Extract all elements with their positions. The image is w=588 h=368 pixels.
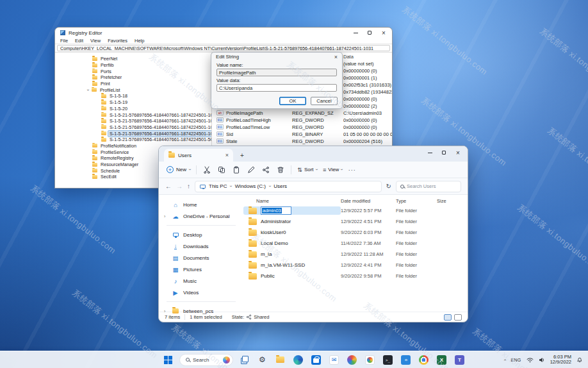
chevron-right-icon[interactable]: › xyxy=(164,214,165,219)
value-data-field[interactable]: C:\Users\panda xyxy=(216,84,337,92)
task-view-icon[interactable] xyxy=(238,353,251,367)
chevron-down-icon[interactable]: › xyxy=(86,88,90,92)
sidebar-item-music[interactable]: ♪Music xyxy=(159,275,243,287)
clock[interactable]: 6:03 PM 12/9/2022 xyxy=(550,355,571,365)
tree-item[interactable]: PeerNet xyxy=(55,56,211,62)
dialog-close-icon[interactable]: × xyxy=(334,54,338,60)
edge-icon[interactable] xyxy=(291,353,305,367)
menu-item-view[interactable]: View xyxy=(90,38,101,44)
sidebar-item-pictures[interactable]: ▦Pictures xyxy=(159,263,243,275)
cut-icon[interactable] xyxy=(202,165,211,174)
registry-value-row-profileimagepath[interactable]: ProfileImagePathREG_EXPAND_SZC:\Users\ad… xyxy=(212,110,392,117)
registry-value-row[interactable]: StateREG_DWORD0x00000204 (516) xyxy=(212,138,392,145)
column-header-name[interactable]: Name xyxy=(243,198,341,204)
microsoft-store-icon[interactable] xyxy=(309,353,323,367)
minimize-button[interactable] xyxy=(423,148,437,157)
file-row[interactable]: m_la 12/9/2022 11:28 AM File folder xyxy=(243,249,468,260)
tree-item[interactable]: Prefetcher xyxy=(55,74,211,81)
tab-close-icon[interactable]: × xyxy=(225,152,229,158)
tree-item[interactable]: Print xyxy=(55,81,211,87)
search-input[interactable] xyxy=(407,183,453,189)
terminal-icon[interactable]: >_ xyxy=(381,353,395,367)
photos-icon[interactable] xyxy=(345,353,359,367)
copy-icon[interactable] xyxy=(217,165,226,174)
hidden-icons-chevron[interactable]: › xyxy=(502,359,508,361)
network-wifi-icon[interactable] xyxy=(527,357,534,363)
breadcrumb-windows-c[interactable]: Windows (C:) xyxy=(235,183,266,189)
ok-button[interactable]: OK xyxy=(279,97,306,105)
vscode-icon[interactable]: ‹› xyxy=(399,353,412,367)
file-explorer-icon[interactable] xyxy=(274,353,287,367)
file-row[interactable]: m_la.VM-W11-SSD 12/9/2022 4:41 PM File f… xyxy=(243,260,468,271)
menu-item-edit[interactable]: Edit xyxy=(75,38,83,44)
more-options-button[interactable]: ··· xyxy=(348,167,356,173)
paint-icon[interactable] xyxy=(363,353,377,367)
tab-users[interactable]: Users × xyxy=(164,149,233,162)
cancel-button[interactable]: Cancel xyxy=(311,97,338,105)
sidebar-item-home[interactable]: ⌂Home xyxy=(159,199,243,210)
registry-path-input[interactable]: Computer\HKEY_LOCAL_MACHINE\SOFTWARE\Mic… xyxy=(57,45,390,51)
tree-item-selected[interactable]: S-1-5-21-576897656-4184407661-1874224501… xyxy=(55,130,211,137)
menu-item-favorites[interactable]: Favorites xyxy=(108,38,127,44)
menu-item-file[interactable]: File xyxy=(60,38,68,44)
details-view-icon[interactable] xyxy=(444,314,452,321)
chevron-right-icon[interactable]: › xyxy=(164,309,165,314)
tree-item[interactable]: Ports xyxy=(55,68,211,74)
tree-item[interactable]: Perflib xyxy=(55,62,211,69)
column-header-size[interactable]: Size xyxy=(437,198,462,204)
tree-item[interactable]: S-1-5-20 xyxy=(55,106,211,112)
tree-item[interactable]: S-1-5-19 xyxy=(55,99,211,106)
sidebar-item-desktop[interactable]: Desktop xyxy=(159,229,243,240)
file-row[interactable]: Administrator 12/9/2022 4:51 PM File fol… xyxy=(243,216,468,227)
registry-value-row[interactable]: SidREG_BINARY01 05 00 00 00 00 00 05 15 … xyxy=(212,131,392,138)
tree-item-profilelist[interactable]: ›ProfileList xyxy=(55,87,211,93)
sidebar-item-videos[interactable]: ▶Videos xyxy=(159,287,243,298)
search-box[interactable] xyxy=(396,181,461,192)
rename-icon[interactable] xyxy=(247,165,256,174)
icons-view-icon[interactable] xyxy=(454,314,462,321)
taskbar-search[interactable]: Search xyxy=(179,354,233,366)
tree-item[interactable]: S-1-5-21-576897656-4184407661-1874224501… xyxy=(55,137,211,143)
tree-item[interactable]: S-1-5-18 xyxy=(55,93,211,99)
delete-icon[interactable] xyxy=(276,165,285,174)
chrome-icon[interactable] xyxy=(417,353,430,367)
refresh-icon[interactable]: ↻ xyxy=(386,183,391,190)
column-header-date-modified[interactable]: Date modified xyxy=(341,198,396,204)
registry-value-row[interactable]: ProfileLoadTimeHighREG_DWORD0x00000000 (… xyxy=(212,117,392,124)
teams-icon[interactable]: T xyxy=(453,353,466,367)
paste-icon[interactable] xyxy=(232,165,241,174)
view-button[interactable]: ≡View› xyxy=(323,167,343,173)
share-icon[interactable] xyxy=(261,165,270,174)
sidebar-item-between-pcs[interactable]: ›between_pcs xyxy=(159,305,243,317)
sidebar-item-documents[interactable]: ▤Documents xyxy=(159,252,243,263)
forward-button[interactable]: → xyxy=(176,183,183,190)
breadcrumb-users[interactable]: Users xyxy=(274,183,287,189)
language-indicator[interactable]: ENG xyxy=(511,358,521,362)
tree-item[interactable]: S-1-5-21-576897656-4184407661-1874224501… xyxy=(55,112,211,118)
close-button[interactable]: × xyxy=(451,148,465,157)
excel-icon[interactable]: X xyxy=(435,353,448,367)
mail-icon[interactable]: ✉ xyxy=(327,353,341,367)
volume-icon[interactable] xyxy=(539,357,545,363)
new-tab-button[interactable]: + xyxy=(237,150,247,160)
file-row-renaming[interactable]: admin03 12/9/2022 5:57 PM File folder xyxy=(243,205,468,216)
sidebar-item-onedrive[interactable]: ›☁OneDrive - Personal xyxy=(159,210,243,222)
tree-item[interactable]: S-1-5-21-576897656-4184407661-1874224501… xyxy=(55,124,211,131)
maximize-button[interactable] xyxy=(363,28,377,37)
back-button[interactable]: ← xyxy=(165,183,172,190)
close-button[interactable]: × xyxy=(377,28,391,37)
file-row[interactable]: Local Demo 11/4/2022 7:36 AM File folder xyxy=(243,238,468,249)
up-button[interactable]: ↑ xyxy=(187,183,190,190)
sidebar-item-downloads[interactable]: ↓Downloads xyxy=(159,240,243,252)
settings-icon[interactable]: ⚙ xyxy=(256,353,269,367)
start-button[interactable] xyxy=(161,353,175,367)
notification-bell-icon[interactable] xyxy=(576,356,583,363)
breadcrumb[interactable]: This PC › Windows (C:) › Users xyxy=(195,181,382,192)
minimize-button[interactable] xyxy=(348,28,363,37)
file-row[interactable]: kioskUser0 9/20/2022 6:03 PM File folder xyxy=(243,227,468,238)
maximize-button[interactable] xyxy=(437,148,451,157)
registry-value-row[interactable]: ProfileLoadTimeLowREG_DWORD0x00000000 (0… xyxy=(212,124,392,131)
column-header-type[interactable]: Type xyxy=(396,198,437,204)
sort-button[interactable]: ⇅Sort› xyxy=(297,167,317,173)
new-button[interactable]: +New› xyxy=(167,166,190,173)
